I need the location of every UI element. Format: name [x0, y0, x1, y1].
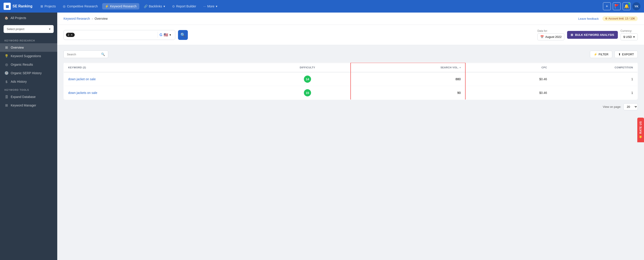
search-engine-selector[interactable]: G 🇺🇸 ▾: [158, 32, 173, 38]
table-actions: ⚡ FILTER ⬆ EXPORT: [590, 51, 638, 58]
keyword-research-icon: ⚡: [105, 5, 109, 8]
select-project-dropdown[interactable]: Select project ▾: [4, 25, 54, 33]
backlinks-dropdown-icon: ▾: [164, 5, 165, 8]
flag-button[interactable]: 🚩: [613, 2, 621, 10]
sidebar-item-organic-serp-history[interactable]: 🕐 Organic SERP History: [0, 69, 57, 77]
app-logo[interactable]: ▦ SE Ranking: [4, 3, 32, 10]
td-search-vol-1: 880: [350, 72, 465, 86]
organic-serp-history-icon: 🕐: [4, 71, 8, 75]
sidebar-item-overview[interactable]: ⊞ Overview: [0, 43, 57, 52]
data-for-button[interactable]: 📅 August 2022: [537, 33, 564, 40]
projects-icon: ⊞: [40, 5, 43, 8]
search-icon: 🔍: [180, 33, 185, 37]
sidebar-item-ads-history[interactable]: $ Ads History: [0, 77, 57, 86]
col-header-competition: COMPETITION: [552, 63, 638, 72]
keyword-link-1[interactable]: down jacket on sale: [68, 77, 96, 81]
view-on-page-select[interactable]: 20 50 100: [624, 103, 638, 110]
td-competition-2: 1: [552, 86, 638, 100]
td-keyword-2: down jackets on sale: [64, 86, 264, 100]
organic-results-icon: ◎: [4, 63, 8, 67]
bulk-keyword-analysis-button[interactable]: ⊞ BULK KEYWORD ANALYSIS: [567, 31, 618, 39]
google-icon: G: [160, 33, 162, 37]
more-icon: ···: [203, 5, 206, 8]
nav-item-backlinks[interactable]: 🔗 Backlinks ▾: [141, 3, 168, 10]
keyword-manager-icon: ⊞: [4, 103, 8, 107]
nav-item-report-builder[interactable]: ⊙ Report Builder: [170, 3, 199, 10]
app-layout: 🏠 All Projects Select project ▾ KEYWORD …: [0, 13, 644, 260]
page-header: Keyword Research › Overview Leave feedba…: [57, 13, 644, 25]
data-for-section: Data for: 📅 August 2022: [537, 29, 564, 40]
sidebar-item-keyword-manager[interactable]: ⊞ Keyword Manager: [0, 101, 57, 110]
td-cpc-2: $0.46: [465, 86, 552, 100]
user-avatar[interactable]: YK: [632, 2, 640, 10]
add-button[interactable]: +: [603, 2, 611, 10]
ads-history-icon: $: [4, 80, 8, 84]
home-icon: 🏠: [4, 16, 8, 20]
table-header-row: KEYWORD (2) DIFFICULTY SEARCH VOL. ▾ CPC…: [64, 63, 638, 72]
bell-notification-dot: [628, 3, 630, 5]
difficulty-badge-2: 15: [304, 89, 311, 96]
keyword-tools-section-label: KEYWORD TOOLS: [0, 86, 57, 93]
td-search-vol-2: 90: [350, 86, 465, 100]
more-dropdown-icon: ▾: [216, 5, 217, 8]
app-name: SE Ranking: [12, 4, 32, 8]
col-header-search-vol[interactable]: SEARCH VOL. ▾: [350, 63, 465, 72]
td-competition-1: 1: [552, 72, 638, 86]
sort-icon: ▾: [460, 66, 461, 69]
breadcrumb-current: Overview: [94, 17, 108, 20]
keyword-badge-clear[interactable]: ✕: [70, 33, 73, 37]
top-navigation: ▦ SE Ranking ⊞ Projects ◎ Competitive Re…: [0, 0, 644, 13]
td-difficulty-1: 14: [264, 72, 350, 86]
table-search-icon: 🔍: [101, 52, 105, 56]
account-limit-badge: ⚙ Account limit: 13 / 10K: [602, 16, 638, 21]
currency-selector[interactable]: $ USD ▾: [620, 33, 638, 40]
rate-us-tab[interactable]: ⭐ RATE US: [637, 118, 644, 142]
table-search-box[interactable]: 🔍: [64, 50, 108, 58]
all-projects-link[interactable]: 🏠 All Projects: [0, 13, 57, 23]
country-flag-icon: 🇺🇸: [164, 33, 168, 37]
account-limit-icon: ⚙: [605, 17, 608, 20]
sidebar-item-expand-database[interactable]: 🗄 Expand Database: [0, 93, 57, 101]
currency-section: Currency: $ USD ▾: [620, 29, 638, 40]
nav-item-keyword-research[interactable]: ⚡ Keyword Research: [102, 3, 139, 10]
filter-icon: ⚡: [594, 53, 597, 56]
rate-us-icon: ⭐: [639, 135, 642, 139]
bell-button-wrap[interactable]: 🔔: [622, 2, 630, 10]
breadcrumb-parent[interactable]: Keyword Research: [64, 17, 90, 20]
search-button[interactable]: 🔍: [178, 30, 188, 40]
report-builder-icon: ⊙: [172, 5, 175, 8]
nav-item-more[interactable]: ··· More ▾: [200, 3, 220, 10]
keyword-link-2[interactable]: down jackets on sale: [68, 91, 97, 95]
sidebar-item-organic-results[interactable]: ◎ Organic Results: [0, 60, 57, 69]
competitive-research-icon: ◎: [63, 5, 66, 8]
select-chevron-icon: ▾: [49, 27, 50, 31]
nav-item-projects[interactable]: ⊞ Projects: [38, 3, 58, 10]
filter-button[interactable]: ⚡ FILTER: [590, 51, 612, 58]
nav-right-actions: + 🚩 🔔 YK: [603, 2, 640, 10]
sidebar-item-keyword-suggestions[interactable]: 💡 Keyword Suggestions: [0, 52, 57, 60]
overview-icon: ⊞: [4, 46, 8, 50]
col-header-keyword: KEYWORD (2): [64, 63, 264, 72]
keyword-research-section-label: KEYWORD RESEARCH: [0, 37, 57, 43]
main-content: Keyword Research › Overview Leave feedba…: [57, 13, 644, 260]
keyword-table: KEYWORD (2) DIFFICULTY SEARCH VOL. ▾ CPC…: [64, 63, 638, 100]
table-area: 🔍 ⚡ FILTER ⬆ EXPORT KEYWORD (2): [57, 45, 644, 116]
search-bar-area: 2 ✕ G 🇺🇸 ▾ 🔍 Data for: 📅 August 2022: [57, 25, 644, 45]
export-button[interactable]: ⬆ EXPORT: [614, 51, 638, 58]
leave-feedback-link[interactable]: Leave feedback: [578, 17, 599, 20]
nav-item-competitive-research[interactable]: ◎ Competitive Research: [60, 3, 100, 10]
table-toolbar: 🔍 ⚡ FILTER ⬆ EXPORT: [64, 50, 638, 58]
td-cpc-1: $0.46: [465, 72, 552, 86]
bulk-btn-icon: ⊞: [571, 33, 573, 37]
table-row: down jackets on sale 15 90 $0.46 1: [64, 86, 638, 100]
table-search-input[interactable]: [67, 53, 99, 56]
td-difficulty-2: 15: [264, 86, 350, 100]
td-keyword-1: down jacket on sale: [64, 72, 264, 86]
keyword-input-wrap[interactable]: 2 ✕ G 🇺🇸 ▾: [64, 30, 175, 40]
table-footer: View on page: 20 50 100: [64, 103, 638, 110]
header-right: Leave feedback ⚙ Account limit: 13 / 10K: [578, 16, 638, 21]
col-header-cpc: CPC: [465, 63, 552, 72]
backlinks-icon: 🔗: [144, 5, 148, 8]
col-header-difficulty: DIFFICULTY: [264, 63, 350, 72]
breadcrumb-separator: ›: [92, 17, 93, 20]
